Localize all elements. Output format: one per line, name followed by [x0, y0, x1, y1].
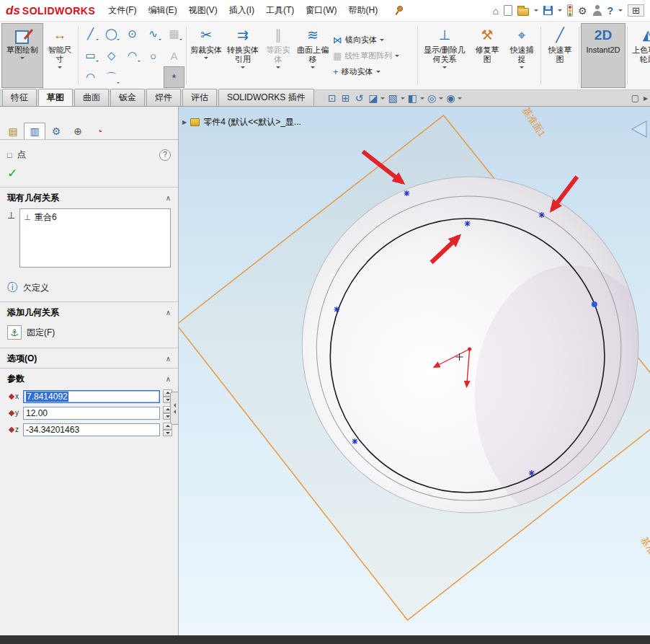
menu-file[interactable]: 文件(F)	[102, 1, 142, 20]
displaymanager-tab-icon[interactable]: ◔	[89, 123, 110, 139]
z-coordinate-field[interactable]: -34.34201463	[23, 423, 160, 436]
tab-surfaces[interactable]: 曲面	[74, 89, 109, 106]
menu-view[interactable]: 视图(V)	[183, 1, 223, 20]
new-document-icon[interactable]	[504, 5, 512, 16]
tab-evaluate[interactable]: 评估	[182, 89, 217, 106]
configurationmanager-tab-icon[interactable]: ⚙	[45, 123, 67, 139]
settings-gear-icon[interactable]: ⚙	[578, 6, 587, 16]
sketch-point[interactable]	[465, 221, 471, 226]
options-header[interactable]: 选项(O) ∧	[0, 348, 178, 368]
chevron-down-icon[interactable]	[380, 97, 385, 102]
smart-dimension-button[interactable]: ↔ 智能尺寸	[43, 23, 76, 88]
chevron-down-icon[interactable]	[420, 97, 424, 102]
chevron-down-icon[interactable]	[558, 9, 562, 14]
tab-solidworks-addins[interactable]: SOLIDWORKS 插件	[218, 89, 314, 106]
display-style-icon[interactable]: ◧	[406, 92, 419, 104]
move-entities-button[interactable]: + 移动实体	[331, 65, 416, 79]
hide-show-items-icon[interactable]: ◎	[425, 92, 438, 104]
zoom-fit-icon[interactable]: ⊡	[326, 92, 339, 104]
selected-sketch-point[interactable]	[592, 301, 597, 307]
propertymanager-tab-icon[interactable]: ▥	[24, 123, 45, 139]
expand-panel-icon[interactable]: ▸	[644, 93, 648, 103]
menu-insert[interactable]: 插入(I)	[223, 1, 260, 20]
ellipse-tool[interactable]: ○	[143, 45, 164, 66]
ok-check-icon[interactable]: ✓	[7, 167, 17, 180]
shaded-sketch-contours-button[interactable]: ◭ 上色草图轮廓	[629, 23, 650, 66]
graphics-area[interactable]: 基准面1 基准面1 ▶ 零件4 (默认<<默认>_显...	[179, 107, 650, 635]
zoom-area-icon[interactable]: ⊞	[339, 92, 352, 104]
sketch-point[interactable]	[539, 212, 545, 218]
chevron-down-icon[interactable]	[401, 97, 405, 102]
add-relations-header[interactable]: 添加几何关系 ∧	[0, 302, 178, 322]
spline-tool[interactable]: ∿	[143, 23, 164, 45]
chevron-down-icon	[520, 66, 524, 71]
pin-menu-icon[interactable]	[393, 5, 403, 16]
fillet-tool[interactable]: ⌒	[101, 66, 122, 88]
feature-tree-flyout[interactable]: ▶ 零件4 (默认<<默认>_显...	[182, 116, 301, 128]
trim-entities-button[interactable]: ✂ 剪裁实体	[188, 23, 224, 88]
chevron-down-icon[interactable]	[534, 9, 538, 14]
help-icon[interactable]: ?	[607, 6, 614, 16]
existing-relations-header[interactable]: 现有几何关系 ∧	[0, 188, 178, 207]
tab-features[interactable]: 特征	[2, 89, 37, 106]
save-icon[interactable]	[543, 6, 553, 15]
perimeter-circle-tool[interactable]: ⊙	[122, 23, 143, 45]
task-pane-collapse-icon[interactable]	[632, 121, 646, 137]
chevron-down-icon[interactable]	[618, 9, 623, 14]
z-spinner[interactable]	[163, 423, 172, 436]
menu-window[interactable]: 窗口(W)	[300, 1, 342, 20]
sketch-point[interactable]	[352, 438, 357, 444]
menu-help[interactable]: 帮助(H)	[343, 1, 384, 20]
relation-item[interactable]: ⊥ 重合6	[22, 211, 169, 224]
command-tab-settings-icon[interactable]: ▢	[631, 93, 639, 103]
sketch-point[interactable]	[404, 190, 409, 196]
home-icon[interactable]: ⌂	[493, 6, 499, 16]
edit-appearance-icon[interactable]: ◉	[444, 92, 457, 104]
previous-view-icon[interactable]: ↺	[352, 92, 365, 104]
line-tool[interactable]: ╱	[80, 23, 101, 45]
rectangle-tool[interactable]: ▭	[80, 45, 101, 66]
polygon-tool[interactable]: ◇	[101, 45, 122, 66]
tab-sketch[interactable]: 草图	[38, 89, 73, 106]
offset-on-surface-button[interactable]: ≋ 曲面上偏移	[295, 23, 331, 88]
y-coordinate-field[interactable]: 12.00	[23, 407, 160, 420]
tab-sheet-metal[interactable]: 钣金	[110, 89, 145, 106]
expand-tree-icon[interactable]: ▶	[182, 119, 187, 125]
x-coordinate-field[interactable]: 7.8414092	[23, 390, 160, 403]
quick-snaps-button[interactable]: ⌖ 快速捕捉	[504, 23, 539, 88]
sketch-button[interactable]: 草图绘制	[1, 23, 43, 88]
help-icon[interactable]: ?	[159, 149, 171, 161]
circle-tool[interactable]: ◯	[101, 23, 122, 45]
menu-edit[interactable]: 编辑(E)	[143, 1, 183, 20]
rapid-sketch-button[interactable]: ╱ 快速草图	[543, 23, 577, 88]
section-view-icon[interactable]: ◪	[366, 92, 380, 104]
relations-listbox[interactable]: ⊥ 重合6	[19, 208, 171, 268]
sketch-point[interactable]	[529, 470, 535, 476]
view-orientation-icon[interactable]: ▧	[386, 92, 399, 104]
repair-sketch-button[interactable]: ⚒ 修复草图	[470, 23, 504, 88]
featuremanager-tab-icon[interactable]: ▤	[2, 123, 24, 139]
sketch-point[interactable]	[334, 306, 339, 312]
chevron-down-icon[interactable]	[439, 97, 443, 102]
chevron-down-icon[interactable]	[458, 97, 462, 102]
rebuild-traffic-light-icon[interactable]	[567, 4, 573, 17]
window-layout-icon[interactable]: ⊞	[628, 4, 644, 17]
tab-weldments[interactable]: 焊件	[146, 89, 181, 106]
display-delete-relations-button[interactable]: ⊥ 显示/删除几何关系	[419, 23, 470, 88]
mirror-entities-button[interactable]: ⋈ 镜向实体	[331, 33, 416, 47]
panel-flyout-handle[interactable]	[170, 392, 178, 425]
centerpoint-arc-tool[interactable]: ◠	[122, 45, 143, 66]
user-account-icon[interactable]	[592, 5, 602, 16]
trim-small-tool[interactable]	[122, 66, 143, 88]
three-point-arc-tool[interactable]: ◠	[80, 66, 101, 88]
instant2d-button[interactable]: 2D Instant2D	[581, 23, 625, 88]
point-tool[interactable]: *	[164, 66, 184, 88]
convert-entities-button[interactable]: ⇉ 转换实体引用	[224, 23, 262, 88]
plane-label[interactable]: 基准面1	[638, 534, 650, 568]
open-document-icon[interactable]	[517, 8, 529, 16]
parameters-header[interactable]: 参数 ∧	[0, 369, 178, 388]
menu-tools[interactable]: 工具(T)	[260, 1, 300, 20]
fix-relation-button[interactable]: ⚓ 固定(F)	[0, 322, 178, 348]
plane-label[interactable]: 基准面1	[520, 107, 548, 138]
dimxpertmanager-tab-icon[interactable]: ⊕	[67, 123, 89, 139]
